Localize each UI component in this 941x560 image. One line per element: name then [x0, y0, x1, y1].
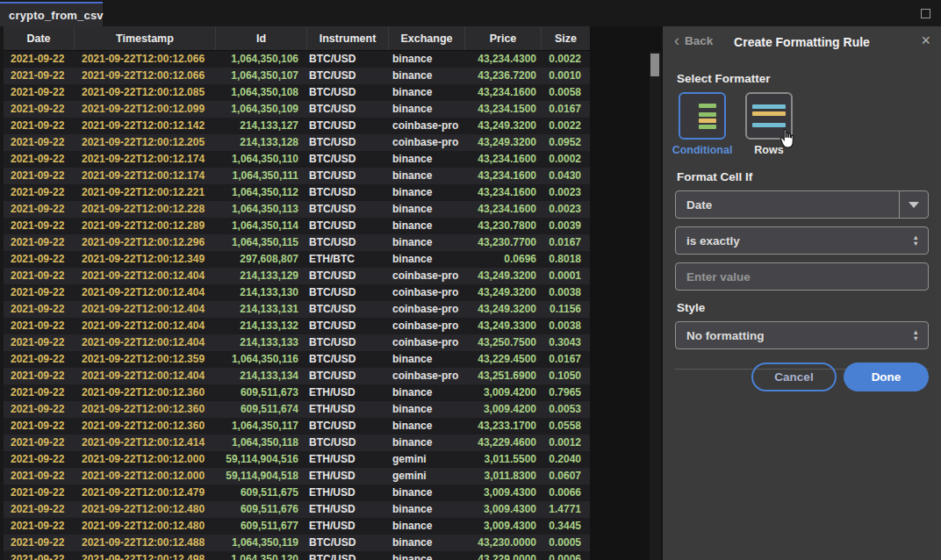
cell-exchange[interactable]: binance [389, 151, 465, 168]
cell-id[interactable]: 609,511,674 [216, 401, 307, 418]
cell-price[interactable]: 43,234.4300 [465, 51, 542, 68]
cell-size[interactable]: 0.0430 [542, 168, 590, 184]
cell-size[interactable]: 0.0952 [542, 134, 590, 151]
cell-exchange[interactable]: coinbase-pro [389, 318, 465, 334]
cell-exchange[interactable]: gemini [389, 468, 465, 485]
cell-id[interactable]: 1,064,350,114 [216, 218, 307, 234]
cell-instrument[interactable]: BTC/USD [307, 151, 389, 168]
cell-exchange[interactable]: binance [389, 434, 465, 451]
cell-instrument[interactable]: BTC/USD [307, 268, 389, 284]
cell-timestamp[interactable]: 2021-09-22T12:00:12.221 [75, 184, 216, 201]
cell-id[interactable]: 214,133,130 [216, 284, 307, 301]
cell-timestamp[interactable]: 2021-09-22T12:00:12.404 [75, 334, 216, 351]
cell-date[interactable]: 2021-09-22 [4, 434, 75, 451]
cell-instrument[interactable]: ETH/USD [307, 401, 389, 418]
cell-exchange[interactable]: binance [389, 251, 465, 268]
cell-size[interactable]: 0.0002 [542, 151, 590, 168]
cell-price[interactable]: 43,251.6900 [465, 368, 542, 384]
cell-date[interactable]: 2021-09-22 [4, 101, 75, 118]
cell-timestamp[interactable]: 2021-09-22T12:00:12.296 [75, 234, 216, 251]
cell-date[interactable]: 2021-09-22 [4, 518, 75, 535]
cell-timestamp[interactable]: 2021-09-22T12:00:12.480 [75, 518, 216, 535]
cell-date[interactable]: 2021-09-22 [4, 84, 75, 101]
cell-size[interactable]: 0.0022 [542, 118, 590, 134]
cell-instrument[interactable]: ETH/USD [307, 485, 389, 501]
cell-timestamp[interactable]: 2021-09-22T12:00:12.480 [75, 501, 216, 518]
cell-exchange[interactable]: binance [389, 351, 465, 368]
cell-exchange[interactable]: binance [389, 551, 465, 560]
cell-price[interactable]: 0.0696 [465, 251, 542, 268]
cell-instrument[interactable]: BTC/USD [307, 301, 389, 318]
cell-size[interactable]: 0.0012 [542, 434, 590, 451]
column-select[interactable]: Date [675, 190, 929, 219]
cell-id[interactable]: 1,064,350,111 [216, 168, 307, 184]
cell-timestamp[interactable]: 2021-09-22T12:00:12.142 [75, 118, 216, 134]
cell-id[interactable]: 214,133,132 [216, 318, 307, 334]
cell-instrument[interactable]: ETH/USD [307, 384, 389, 401]
cell-exchange[interactable]: binance [389, 501, 465, 518]
formatter-tile-conditional[interactable] [679, 92, 726, 140]
cell-id[interactable]: 1,064,350,116 [216, 351, 307, 368]
cell-timestamp[interactable]: 2021-09-22T12:00:12.414 [75, 434, 216, 451]
cell-id[interactable]: 214,133,129 [216, 268, 307, 284]
cell-price[interactable]: 43,229.0000 [465, 551, 542, 560]
cell-price[interactable]: 43,230.7800 [465, 218, 542, 234]
cell-exchange[interactable]: coinbase-pro [389, 134, 465, 151]
cell-id[interactable]: 214,133,131 [216, 301, 307, 318]
cell-date[interactable]: 2021-09-22 [4, 351, 75, 368]
cell-timestamp[interactable]: 2021-09-22T12:00:12.066 [75, 51, 216, 68]
cell-id[interactable]: 1,064,350,113 [216, 201, 307, 218]
cell-instrument[interactable]: BTC/USD [307, 234, 389, 251]
table-row[interactable]: 2021-09-222021-09-22T12:00:12.00059,114,… [4, 468, 590, 485]
cell-date[interactable]: 2021-09-22 [4, 418, 75, 434]
cell-id[interactable]: 1,064,350,119 [216, 535, 307, 551]
cell-date[interactable]: 2021-09-22 [4, 184, 75, 201]
cell-size[interactable]: 0.0001 [542, 268, 590, 284]
cell-price[interactable]: 43,229.4500 [465, 351, 542, 368]
cell-price[interactable]: 43,234.1600 [465, 184, 542, 201]
cell-instrument[interactable]: ETH/USD [307, 451, 389, 468]
cell-id[interactable]: 1,064,350,108 [216, 84, 307, 101]
cell-date[interactable]: 2021-09-22 [4, 168, 75, 184]
cell-date[interactable]: 2021-09-22 [4, 151, 75, 168]
table-row[interactable]: 2021-09-222021-09-22T12:00:12.404214,133… [4, 284, 590, 301]
cell-exchange[interactable]: binance [389, 51, 465, 68]
cell-date[interactable]: 2021-09-22 [4, 268, 75, 284]
cell-size[interactable]: 0.0038 [542, 318, 590, 334]
cell-size[interactable]: 0.0558 [542, 418, 590, 434]
vertical-scrollbar[interactable] [650, 52, 661, 560]
table-row[interactable]: 2021-09-222021-09-22T12:00:12.1741,064,3… [4, 168, 590, 184]
table-row[interactable]: 2021-09-222021-09-22T12:00:12.142214,133… [4, 118, 590, 134]
cell-date[interactable]: 2021-09-22 [4, 468, 75, 485]
column-header-timestamp[interactable]: Timestamp [75, 26, 216, 50]
table-row[interactable]: 2021-09-222021-09-22T12:00:12.479609,511… [4, 485, 590, 501]
cell-date[interactable]: 2021-09-22 [4, 501, 75, 518]
cell-date[interactable]: 2021-09-22 [4, 118, 75, 134]
cell-exchange[interactable]: binance [389, 184, 465, 201]
cell-exchange[interactable]: binance [389, 485, 465, 501]
column-header-price[interactable]: Price [465, 26, 542, 50]
cell-price[interactable]: 3,009.4300 [465, 518, 542, 535]
cell-date[interactable]: 2021-09-22 [4, 201, 75, 218]
cell-exchange[interactable]: binance [389, 234, 465, 251]
cell-price[interactable]: 43,249.3200 [465, 118, 542, 134]
cell-exchange[interactable]: binance [389, 201, 465, 218]
table-row[interactable]: 2021-09-222021-09-22T12:00:12.404214,133… [4, 334, 590, 351]
cell-size[interactable]: 0.0167 [542, 101, 590, 118]
cell-id[interactable]: 297,608,807 [216, 251, 307, 268]
cell-exchange[interactable]: coinbase-pro [389, 334, 465, 351]
cell-instrument[interactable]: BTC/USD [307, 535, 389, 551]
cell-id[interactable]: 214,133,127 [216, 118, 307, 134]
cell-size[interactable]: 0.0022 [542, 51, 590, 68]
cell-date[interactable]: 2021-09-22 [4, 368, 75, 384]
cell-price[interactable]: 43,234.1600 [465, 201, 542, 218]
table-row[interactable]: 2021-09-222021-09-22T12:00:12.2961,064,3… [4, 234, 590, 251]
cell-size[interactable]: 0.7965 [542, 384, 590, 401]
cell-exchange[interactable]: binance [389, 418, 465, 434]
cell-price[interactable]: 43,249.3200 [465, 284, 542, 301]
cell-size[interactable]: 0.0039 [542, 218, 590, 234]
table-row[interactable]: 2021-09-222021-09-22T12:00:12.4881,064,3… [4, 535, 590, 551]
table-row[interactable]: 2021-09-222021-09-22T12:00:12.404214,133… [4, 318, 590, 334]
table-row[interactable]: 2021-09-222021-09-22T12:00:12.2281,064,3… [4, 201, 590, 218]
cell-size[interactable]: 0.0066 [542, 485, 590, 501]
